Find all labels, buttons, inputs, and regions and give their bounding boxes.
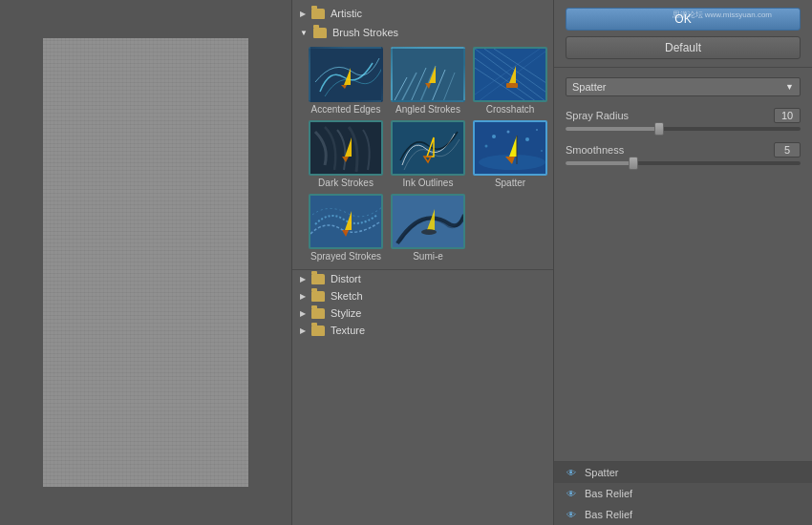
thumb-label-accented-edges: Accented Edges [311,104,381,115]
category-label-distort: Distort [331,273,361,284]
thumb-img-dark-strokes [309,120,383,176]
smoothness-header: Smoothness 5 [566,142,801,158]
category-sketch[interactable]: ▶ Sketch [292,287,553,304]
svg-point-35 [541,150,543,152]
folder-icon-brush-strokes [313,28,327,38]
thumb-img-ink-outlines [391,120,465,176]
settings-top: OK 思源论坛 www.missyuan.com Default [554,0,812,68]
smoothness-control: Smoothness 5 [566,142,801,165]
filter-thumb-sprayed-strokes[interactable]: Sprayed Strokes [308,194,384,262]
thumb-label-sumi-e: Sumi-e [413,251,443,262]
chevron-down-icon: ▼ [300,29,308,37]
smoothness-fill [566,161,633,165]
folder-icon-texture [311,326,325,336]
layers-panel: 👁 Spatter 👁 Bas Relief 👁 Bas Relief [554,461,812,525]
filter-thumb-accented-edges[interactable]: Accented Edges [308,47,384,115]
thumb-svg-crosshatch [475,49,547,102]
smoothness-thumb[interactable] [629,157,638,170]
category-label-brush-strokes: Brush Strokes [332,27,398,38]
svg-point-32 [525,137,529,141]
layer-name-bas-relief-2: Bas Relief [585,509,632,520]
svg-rect-39 [310,196,383,249]
canvas-preview-area [0,0,291,525]
eye-icon-spatter[interactable]: 👁 [564,467,579,478]
category-label-texture: Texture [331,325,365,336]
spray-radius-header: Spray Radius 10 [566,108,801,123]
eye-icon-bas-relief-2[interactable]: 👁 [564,509,579,520]
thumb-svg-dark-strokes [310,122,383,176]
category-label-artistic: Artistic [331,8,362,19]
category-brush-strokes-header[interactable]: ▼ Brush Strokes [292,24,553,41]
thumb-svg-accented-edges [310,49,383,102]
thumb-img-crosshatch [473,47,547,102]
category-artistic[interactable]: ▶ Artistic [292,5,553,22]
smoothness-label: Smoothness [566,144,624,156]
thumb-img-sumi-e [391,194,465,249]
category-brush-strokes: ▼ Brush Strokes A [292,22,553,269]
spray-radius-fill [566,127,659,131]
thumb-label-ink-outlines: Ink Outlines [403,178,454,188]
filter-thumb-dark-strokes[interactable]: Dark Strokes [308,120,384,188]
folder-icon-sketch [311,291,325,302]
thumb-svg-sprayed-strokes [310,196,383,249]
category-label-sketch: Sketch [331,290,363,302]
smoothness-value[interactable]: 5 [774,142,801,158]
filter-thumb-crosshatch[interactable]: Crosshatch [472,47,548,115]
dropdown-chevron-icon: ▼ [785,82,794,92]
svg-rect-22 [310,122,383,176]
thumb-svg-spatter [475,122,547,176]
thumb-svg-angled-strokes [393,49,465,102]
folder-icon-stylize [311,308,325,319]
filter-dropdown[interactable]: Spatter ▼ [566,77,801,96]
svg-rect-21 [506,83,518,88]
folder-icon-artistic [311,9,325,19]
folder-icon-distort [311,274,325,284]
thumb-img-angled-strokes [391,47,465,102]
svg-point-33 [536,129,538,131]
svg-rect-42 [393,196,465,249]
layer-item-bas-relief-2[interactable]: 👁 Bas Relief [554,504,812,525]
chevron-right-icon-distort: ▶ [300,275,306,284]
category-distort[interactable]: ▶ Distort [292,270,553,287]
thumb-img-sprayed-strokes [309,194,383,249]
filter-thumb-ink-outlines[interactable]: Ink Outlines [390,120,466,188]
layer-name-bas-relief-1: Bas Relief [585,488,632,499]
category-texture[interactable]: ▶ Texture [292,322,553,339]
thumb-label-dark-strokes: Dark Strokes [318,178,374,188]
svg-point-34 [485,145,488,148]
filter-thumb-spatter[interactable]: Spatter [472,120,548,188]
thumb-svg-ink-outlines [393,122,465,176]
spray-radius-track[interactable] [566,127,801,131]
thumb-img-spatter [473,120,547,176]
settings-controls: Spatter ▼ Spray Radius 10 Smoothness 5 [554,68,812,461]
svg-rect-25 [393,122,465,176]
eye-icon-bas-relief-1[interactable]: 👁 [564,488,579,499]
filter-thumb-angled-strokes[interactable]: Angled Strokes [390,47,466,115]
category-stylize[interactable]: ▶ Stylize [292,304,553,322]
thumbnails-grid: Accented Edges [292,41,553,267]
settings-panel: OK 思源论坛 www.missyuan.com Default Spatter… [554,0,812,525]
category-label-stylize: Stylize [331,307,361,319]
spray-radius-control: Spray Radius 10 [566,108,801,131]
chevron-right-icon-stylize: ▶ [300,309,306,318]
thumb-label-angled-strokes: Angled Strokes [395,104,460,115]
smoothness-track[interactable] [566,161,801,165]
layer-item-bas-relief-1[interactable]: 👁 Bas Relief [554,483,812,504]
canvas-image [43,38,248,487]
svg-rect-3 [393,49,465,102]
layer-name-spatter: Spatter [585,467,618,478]
svg-point-30 [492,135,496,138]
watermark-text: 思源论坛 www.missyuan.com [673,10,772,20]
chevron-right-icon-sketch: ▶ [300,292,306,301]
spray-radius-value[interactable]: 10 [774,108,801,123]
canvas-texture [43,38,248,487]
thumb-label-spatter: Spatter [495,178,525,188]
default-button[interactable]: Default [566,36,801,59]
spray-radius-thumb[interactable] [654,122,664,136]
filter-thumb-sumi-e[interactable]: Sumi-e [390,194,466,262]
thumb-svg-sumi-e [393,196,465,249]
layer-item-spatter[interactable]: 👁 Spatter [554,462,812,483]
filter-dropdown-label: Spatter [572,81,606,93]
spray-radius-label: Spray Radius [566,110,629,121]
svg-point-31 [507,131,510,134]
